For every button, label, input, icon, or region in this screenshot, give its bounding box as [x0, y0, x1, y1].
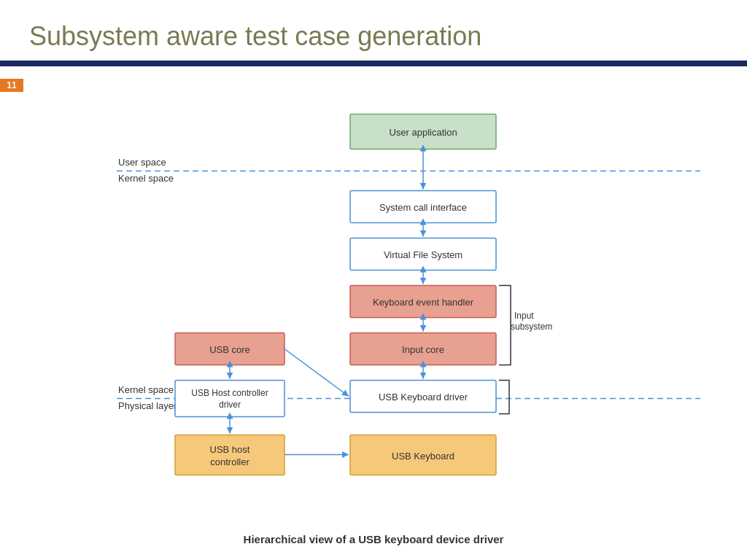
physical-layer-label: Physical layer [118, 400, 177, 411]
usb-host-controller-driver-box [175, 381, 285, 417]
input-core-label: Input core [402, 344, 444, 355]
virtual-file-system-label: Virtual File System [384, 249, 462, 260]
kernel-space-label-top: Kernel space [118, 173, 174, 184]
slide: Subsystem aware test case generation 11 … [0, 0, 747, 560]
header-bar [0, 61, 747, 66]
input-subsystem-brace [499, 286, 511, 365]
usbkbd-driver-brace [499, 381, 509, 414]
arrow-usbcore-kbddriver [285, 349, 349, 397]
system-call-interface-label: System call interface [379, 202, 467, 213]
input-subsystem-label2: subsystem [511, 322, 552, 332]
usb-keyboard-label: USB Keyboard [392, 451, 454, 462]
diagram-area: User space Kernel space Kernel space Phy… [29, 91, 718, 531]
usb-keyboard-driver-label: USB Keyboard driver [379, 392, 468, 402]
diagram-svg: User space Kernel space Kernel space Phy… [29, 91, 718, 531]
input-subsystem-label1: Input [514, 311, 534, 321]
usb-host-controller-driver-label: USB Host controller [191, 388, 268, 398]
usb-host-controller-label1: USB host [210, 444, 250, 455]
slide-number: 11 [0, 79, 23, 92]
keyboard-event-handler-label: Keyboard event handler [373, 297, 474, 308]
usb-host-controller-driver-label2: driver [219, 400, 241, 410]
usb-host-controller-box [175, 435, 285, 475]
user-application-label: User application [389, 127, 457, 138]
diagram-caption: Hierarchical view of a USB keyboard devi… [29, 533, 718, 545]
slide-title: Subsystem aware test case generation [0, 0, 747, 52]
usb-host-controller-label2: controller [210, 456, 249, 467]
user-space-label: User space [118, 157, 166, 168]
kernel-space-label-bottom: Kernel space [118, 384, 174, 395]
usb-core-label: USB core [209, 344, 250, 355]
